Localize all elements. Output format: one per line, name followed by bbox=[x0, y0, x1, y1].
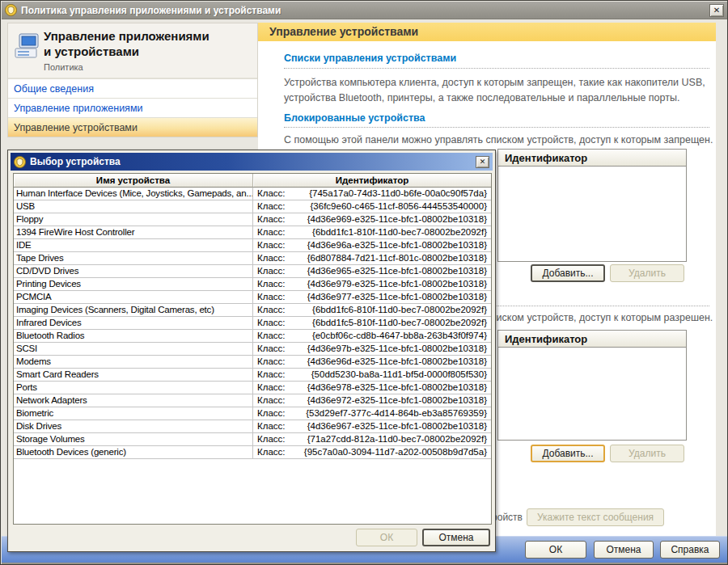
device-id-cell: Класс:{6bdd1fc1-810f-11d0-bec7-08002be20… bbox=[253, 226, 491, 238]
dialog-close-button[interactable]: ✕ bbox=[476, 156, 489, 168]
table-row[interactable]: 1394 FireWire Host ControllerКласс:{6bdd… bbox=[14, 226, 491, 239]
device-id-cell: Класс:{4d36e96a-e325-11ce-bfc1-08002be10… bbox=[253, 239, 491, 251]
device-id-cell: Класс:{e0cbf06c-cd8b-4647-bb8a-263b43f0f… bbox=[253, 330, 491, 342]
table-row[interactable]: Bluetooth RadiosКласс:{e0cbf06c-cd8b-464… bbox=[14, 330, 491, 343]
device-name-cell: Biometric bbox=[14, 407, 253, 420]
column-header-id[interactable]: Идентификатор bbox=[253, 174, 491, 188]
allowed-list-column-header[interactable]: Идентификатор bbox=[498, 331, 686, 348]
sidebar-item[interactable]: Управление приложениями bbox=[8, 98, 257, 117]
device-id-cell: Класс:{6bdd1fc6-810f-11d0-bec7-08002be20… bbox=[253, 304, 491, 316]
computer-icon bbox=[14, 33, 41, 59]
ok-button[interactable]: ОК bbox=[525, 541, 586, 559]
table-row[interactable]: Bluetooth Devices (generic)Класс:{95c7a0… bbox=[14, 446, 491, 459]
allowed-add-button[interactable]: Добавить... bbox=[531, 445, 605, 462]
device-name-cell: Storage Volumes bbox=[14, 433, 253, 445]
device-id-cell: Класс:{71a27cdd-812a-11d0-bec7-08002be20… bbox=[253, 433, 491, 445]
dialog-cancel-button[interactable]: Отмена bbox=[422, 529, 490, 546]
table-row[interactable]: FloppyКласс:{4d36e969-e325-11ce-bfc1-080… bbox=[14, 213, 491, 226]
table-row[interactable]: Tape DrivesКласс:{6d807884-7d21-11cf-801… bbox=[14, 252, 491, 265]
allowed-list-body[interactable] bbox=[498, 348, 686, 440]
dotted-divider bbox=[284, 68, 709, 69]
device-name-cell: Smart Card Readers bbox=[14, 369, 253, 381]
section-heading-blocked: Блокированные устройства bbox=[284, 112, 425, 124]
section-text-lists: Устройства компьютера клиента, доступ к … bbox=[284, 75, 717, 106]
main-window-titlebar[interactable]: Политика управления приложениями и устро… bbox=[2, 2, 727, 19]
table-row[interactable]: Disk DrivesКласс:{4d36e967-e325-11ce-bfc… bbox=[14, 420, 491, 433]
table-row[interactable]: BiometricКласс:{53d29ef7-377c-4d14-864b-… bbox=[14, 407, 491, 420]
table-row[interactable]: IDEКласс:{4d36e96a-e325-11ce-bfc1-08002b… bbox=[14, 239, 491, 252]
device-name-cell: IDE bbox=[14, 239, 253, 251]
table-row[interactable]: Smart Card ReadersКласс:{50dd5230-ba8a-1… bbox=[14, 369, 491, 382]
page-title: Управление устройствами bbox=[258, 23, 716, 41]
device-name-cell: Bluetooth Devices (generic) bbox=[14, 446, 253, 458]
dialog-titlebar[interactable]: Выбор устройства ✕ bbox=[11, 153, 493, 171]
allowed-remove-button[interactable]: Удалить bbox=[610, 445, 684, 462]
sidebar-item[interactable]: Общие сведения bbox=[8, 78, 257, 98]
device-name-cell: Printing Devices bbox=[14, 278, 253, 290]
allowed-devices-list[interactable]: Идентификатор bbox=[497, 330, 687, 441]
device-id-cell: Класс:{4d36e972-e325-11ce-bfc1-08002be10… bbox=[253, 394, 491, 407]
message-text-button[interactable]: Укажите текст сообщения bbox=[527, 508, 664, 526]
device-id-cell: Класс:{4d36e967-e325-11ce-bfc1-08002be10… bbox=[253, 420, 491, 432]
device-table-header: Имя устройства Идентификатор bbox=[14, 174, 491, 188]
device-name-cell: SCSI bbox=[14, 343, 253, 355]
device-id-cell: Класс:{745a17a0-74d3-11d0-b6fe-00a0c90f5… bbox=[253, 188, 491, 200]
device-name-cell: USB bbox=[14, 200, 253, 213]
device-name-cell: PCMCIA bbox=[14, 291, 253, 303]
device-name-cell: 1394 FireWire Host Controller bbox=[14, 226, 253, 238]
device-name-cell: Floppy bbox=[14, 213, 253, 226]
device-id-cell: Класс:{4d36e978-e325-11ce-bfc1-08002be10… bbox=[253, 382, 491, 394]
table-row[interactable]: ModemsКласс:{4d36e96d-e325-11ce-bfc1-080… bbox=[14, 356, 491, 369]
device-name-cell: Bluetooth Radios bbox=[14, 330, 253, 342]
device-id-cell: Класс:{4d36e979-e325-11ce-bfc1-08002be10… bbox=[253, 278, 491, 290]
device-id-cell: Класс:{4d36e97b-e325-11ce-bfc1-08002be10… bbox=[253, 343, 491, 355]
blocked-list-body[interactable] bbox=[498, 167, 686, 261]
device-table-body: Human Interface Devices (Mice, Joysticks… bbox=[14, 188, 491, 459]
device-id-cell: Класс:{50dd5230-ba8a-11d1-bf5d-0000f805f… bbox=[253, 369, 491, 381]
sidebar-item[interactable]: Управление устройствами bbox=[8, 117, 257, 137]
table-row[interactable]: Printing DevicesКласс:{4d36e979-e325-11c… bbox=[14, 278, 491, 291]
table-row[interactable]: SCSIКласс:{4d36e97b-e325-11ce-bfc1-08002… bbox=[14, 343, 491, 356]
app-shield-icon bbox=[5, 4, 17, 16]
table-row[interactable]: Network AdaptersКласс:{4d36e972-e325-11c… bbox=[14, 394, 491, 407]
device-selection-dialog: Выбор устройства ✕ Имя устройства Иденти… bbox=[7, 150, 496, 552]
device-id-cell: Класс:{95c7a0a0-3094-11d7-a202-00508b9d7… bbox=[253, 446, 491, 458]
device-id-cell: Класс:{53d29ef7-377c-4d14-864b-eb3a85769… bbox=[253, 407, 491, 420]
section-text-blocked: С помощью этой панели можно управлять сп… bbox=[284, 133, 717, 148]
blocked-add-button[interactable]: Добавить... bbox=[531, 264, 605, 282]
help-button[interactable]: Справка bbox=[660, 541, 720, 559]
table-row[interactable]: CD/DVD DrivesКласс:{4d36e965-e325-11ce-b… bbox=[14, 265, 491, 278]
dialog-ok-button[interactable]: ОК bbox=[356, 529, 417, 546]
device-table: Имя устройства Идентификатор Human Inter… bbox=[13, 173, 492, 525]
table-row[interactable]: USBКласс:{36fc9e60-c465-11cf-8056-444553… bbox=[14, 200, 491, 213]
sidebar-nav: Общие сведенияУправление приложениямиУпр… bbox=[8, 78, 257, 137]
device-id-cell: Класс:{6d807884-7d21-11cf-801c-08002be10… bbox=[253, 252, 491, 264]
device-id-cell: Класс:{4d36e965-e325-11ce-bfc1-08002be10… bbox=[253, 265, 491, 277]
blocked-remove-button[interactable]: Удалить bbox=[610, 264, 684, 282]
blocked-list-column-header[interactable]: Идентификатор bbox=[498, 150, 686, 167]
table-row[interactable]: PortsКласс:{4d36e978-e325-11ce-bfc1-0800… bbox=[14, 382, 491, 394]
section-heading-lists: Списки управления устройствами bbox=[284, 53, 456, 64]
blocked-devices-list[interactable]: Идентификатор bbox=[497, 149, 687, 262]
table-row[interactable]: Human Interface Devices (Mice, Joysticks… bbox=[14, 188, 491, 200]
table-row[interactable]: Storage VolumesКласс:{71a27cdd-812a-11d0… bbox=[14, 433, 491, 446]
sidebar-subtitle: Политика bbox=[44, 62, 83, 72]
device-name-cell: Tape Drives bbox=[14, 252, 253, 264]
table-row[interactable]: Infrared DevicesКласс:{6bdd1fc5-810f-11d… bbox=[14, 317, 491, 330]
main-close-button[interactable]: ✕ bbox=[709, 4, 724, 17]
device-name-cell: Disk Drives bbox=[14, 420, 253, 432]
device-name-cell: Ports bbox=[14, 382, 253, 394]
device-name-cell: Infrared Devices bbox=[14, 317, 253, 329]
device-id-cell: Класс:{6bdd1fc5-810f-11d0-bec7-08002be20… bbox=[253, 317, 491, 329]
cancel-button[interactable]: Отмена bbox=[594, 541, 654, 559]
table-row[interactable]: Imaging Devices (Scanners, Digital Camer… bbox=[14, 304, 491, 317]
sidebar-header: Управление приложениями и устройствами П… bbox=[8, 23, 257, 78]
device-id-cell: Класс:{36fc9e60-c465-11cf-8056-444553540… bbox=[253, 200, 491, 213]
table-row[interactable]: PCMCIAКласс:{4d36e977-e325-11ce-bfc1-080… bbox=[14, 291, 491, 304]
sidebar-panel: Управление приложениями и устройствами П… bbox=[7, 23, 258, 137]
device-name-cell: Modems bbox=[14, 356, 253, 368]
column-header-name[interactable]: Имя устройства bbox=[14, 174, 253, 188]
device-id-cell: Класс:{4d36e969-e325-11ce-bfc1-08002be10… bbox=[253, 213, 491, 226]
device-name-cell: Human Interface Devices (Mice, Joysticks… bbox=[14, 188, 253, 200]
dotted-divider bbox=[284, 127, 709, 128]
